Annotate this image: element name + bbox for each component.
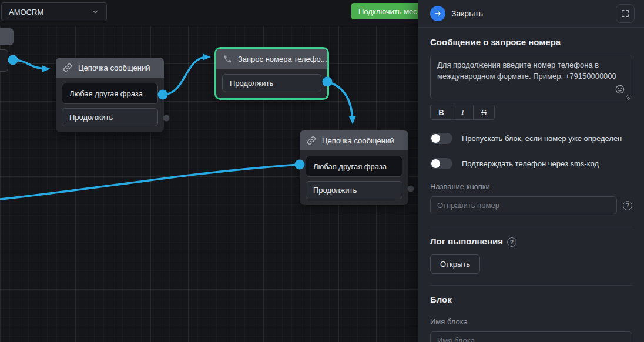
skip-block-toggle[interactable]: [430, 133, 452, 144]
button-name-input[interactable]: [430, 196, 617, 214]
block-name-row: [430, 331, 632, 342]
open-log-button[interactable]: Открыть: [430, 254, 480, 274]
flow-canvas[interactable]: Цепочка сообщений Любая другая фраза Про…: [0, 0, 418, 342]
toggle-knob: [431, 159, 440, 168]
button-name-label: Название кнопки: [430, 182, 632, 191]
toggle-knob: [431, 134, 440, 143]
node-row-any-phrase[interactable]: Любая другая фраза: [306, 156, 402, 177]
node-body: Продолжить: [216, 69, 327, 98]
node-header[interactable]: Цепочка сообщений: [300, 130, 408, 150]
chain-link-icon: [63, 63, 72, 72]
node-row-continue[interactable]: Продолжить: [62, 108, 158, 126]
log-title-text: Лог выполнения: [430, 236, 503, 246]
toggle-row-sms-confirm: Подтверждать телефон через sms-код: [430, 158, 632, 169]
node-message-chain-2[interactable]: Цепочка сообщений Любая другая фраза Про…: [300, 130, 408, 205]
button-name-row: ?: [430, 196, 632, 214]
node-row-continue[interactable]: Продолжить: [306, 181, 402, 199]
help-icon[interactable]: ?: [507, 237, 516, 247]
node-row-continue[interactable]: Продолжить: [222, 74, 321, 92]
message-textarea[interactable]: Для продолжения введите номер телефона в…: [430, 55, 632, 99]
divider: [430, 285, 632, 286]
section-title-log: Лог выполнения?: [430, 236, 632, 247]
node-row-any-phrase[interactable]: Любая другая фраза: [62, 83, 158, 104]
text-format-toolbar: B I S: [430, 105, 495, 120]
help-icon[interactable]: ?: [623, 201, 632, 210]
settings-panel: Закрыть Сообщение о запросе номера Для п…: [418, 0, 644, 342]
message-textarea-wrap: Для продолжения введите номер телефона в…: [430, 55, 632, 102]
offscreen-node-header[interactable]: [0, 28, 14, 45]
collapse-arrow-icon[interactable]: [430, 6, 445, 21]
textarea-resize-handle[interactable]: [626, 95, 630, 100]
bold-button[interactable]: B: [431, 105, 452, 119]
block-name-label: Имя блока: [430, 317, 632, 326]
node-title: Запрос номера телефо...: [238, 55, 327, 63]
offscreen-node-row[interactable]: [0, 49, 8, 72]
node-message-chain-1[interactable]: Цепочка сообщений Любая другая фраза Про…: [56, 58, 164, 132]
strikethrough-button[interactable]: S: [473, 105, 494, 119]
close-button[interactable]: Закрыть: [451, 9, 483, 18]
emoji-smiley-icon[interactable]: [615, 84, 625, 95]
node-header[interactable]: Цепочка сообщений: [56, 58, 164, 78]
toggle-label: Подтверждать телефон через sms-код: [462, 159, 599, 168]
workspace-select[interactable]: AMOCRM: [1, 2, 107, 21]
node-title: Цепочка сообщений: [78, 63, 150, 72]
node-phone-request[interactable]: Запрос номера телефо... Продолжить: [214, 47, 329, 100]
node-body: Любая другая фраза Продолжить: [300, 150, 408, 205]
workspace-select-value: AMOCRM: [9, 8, 43, 16]
node-header[interactable]: Запрос номера телефо...: [216, 49, 327, 69]
toggle-row-skip-block: Пропускать блок, если номер уже определе…: [430, 133, 632, 144]
section-title-message: Сообщение о запросе номера: [430, 37, 632, 47]
phone-icon: [223, 55, 232, 63]
fullscreen-icon[interactable]: [616, 4, 635, 23]
panel-header: Закрыть: [418, 0, 644, 28]
app-window: Цепочка сообщений Любая другая фраза Про…: [0, 0, 644, 342]
sms-confirm-toggle[interactable]: [430, 158, 452, 169]
toggle-label: Пропускать блок, если номер уже определе…: [462, 134, 622, 143]
node-body: Любая другая фраза Продолжить: [56, 78, 164, 132]
italic-button[interactable]: I: [452, 105, 473, 119]
divider: [430, 226, 632, 226]
chevron-down-icon: [91, 8, 99, 16]
node-title: Цепочка сообщений: [322, 136, 394, 145]
chain-link-icon: [307, 136, 316, 145]
panel-body: Сообщение о запросе номера Для продолжен…: [418, 37, 644, 342]
block-name-input[interactable]: [430, 331, 632, 342]
section-title-block: Блок: [430, 294, 632, 304]
